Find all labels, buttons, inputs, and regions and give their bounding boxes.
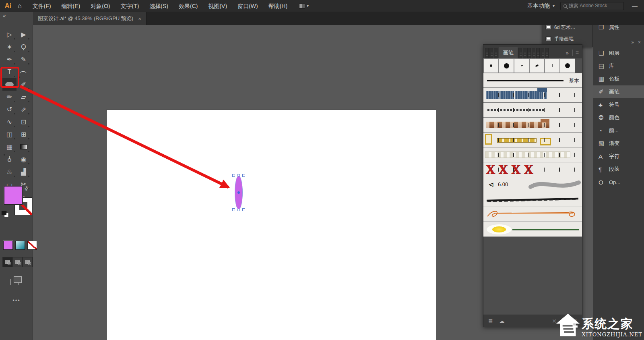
selection-handle-top-mid[interactable] bbox=[237, 174, 240, 176]
lasso-tool[interactable]: Ϙ bbox=[17, 41, 31, 53]
symbol-sprayer-tool[interactable]: ♨ bbox=[2, 166, 17, 178]
direct-selection-tool[interactable]: ▷ bbox=[2, 28, 17, 41]
mesh-tool[interactable]: ▦ bbox=[2, 141, 17, 153]
artboard[interactable] bbox=[107, 110, 436, 340]
brush-item-lace-border[interactable] bbox=[483, 103, 582, 118]
dock-item-opentype[interactable]: O Op... bbox=[593, 176, 644, 189]
brush-calligraphic-3[interactable] bbox=[514, 58, 529, 73]
color-button[interactable] bbox=[3, 241, 13, 250]
collapsed-tab[interactable] bbox=[532, 48, 535, 58]
draw-inside-button[interactable] bbox=[23, 257, 33, 267]
menu-help[interactable]: 帮助(H) bbox=[263, 0, 293, 12]
menu-effect[interactable]: 效果(C) bbox=[173, 0, 203, 12]
rotate-tool[interactable]: ↺ bbox=[2, 103, 17, 116]
scale-tool[interactable]: ⇗ bbox=[17, 103, 31, 116]
brush-item-pale-lace[interactable] bbox=[483, 147, 582, 162]
dock-item-paragraph[interactable]: ¶ 段落 bbox=[593, 163, 644, 176]
curvature-tool[interactable]: ✎ bbox=[17, 53, 31, 66]
magic-wand-tool[interactable]: ✶ bbox=[2, 41, 17, 53]
width-tool[interactable]: ∿ bbox=[2, 116, 17, 128]
selection-handle-bottom-mid[interactable] bbox=[237, 209, 240, 211]
close-tab-icon[interactable]: × bbox=[138, 16, 141, 22]
gradient-tool[interactable] bbox=[17, 141, 31, 153]
pencil-tool[interactable]: ✏ bbox=[2, 91, 17, 103]
workspace-switcher[interactable]: 基本功能 ▾ bbox=[527, 2, 555, 10]
brush-item-basic[interactable]: 基本 bbox=[483, 73, 582, 88]
eraser-tool[interactable]: ▱ bbox=[17, 91, 31, 103]
collapsed-tab[interactable] bbox=[518, 48, 522, 58]
brush-calligraphic-6[interactable] bbox=[560, 58, 575, 73]
dock-item-gradient[interactable]: ▧ 渐变 bbox=[593, 137, 644, 150]
selection-handle-bottom-right[interactable] bbox=[242, 208, 245, 211]
draw-normal-button[interactable] bbox=[2, 257, 12, 267]
dock-item-symbols[interactable]: ♣ 符号 bbox=[593, 98, 644, 111]
selection-tool[interactable]: ▶ bbox=[17, 28, 31, 41]
collapsed-tab[interactable] bbox=[485, 48, 489, 58]
paintbrush-tool[interactable]: ✐ bbox=[17, 78, 31, 91]
expand-panel-icon[interactable]: » bbox=[566, 50, 569, 56]
brush-calligraphic-4[interactable] bbox=[529, 58, 545, 73]
menu-object[interactable]: 对象(O) bbox=[85, 0, 115, 12]
menu-edit[interactable]: 编辑(E) bbox=[56, 0, 86, 12]
selected-ellipse-object[interactable] bbox=[233, 174, 244, 211]
menu-view[interactable]: 视图(V) bbox=[203, 0, 232, 12]
perspective-grid-tool[interactable]: ⊞ bbox=[17, 128, 31, 141]
dock-item-swatches[interactable]: ▦ 色板 bbox=[593, 73, 644, 85]
expand-panel-icon[interactable]: » bbox=[631, 39, 634, 45]
brush-item-cross-stitch[interactable]: XXXX bbox=[483, 162, 582, 177]
tab-brushes[interactable]: 画笔 bbox=[499, 47, 518, 58]
minimize-button[interactable]: — bbox=[630, 3, 640, 9]
dock-item-color-guide[interactable]: ◔ 颜... bbox=[593, 124, 644, 137]
screen-mode-button[interactable] bbox=[10, 276, 23, 286]
gradient-button[interactable] bbox=[15, 241, 25, 250]
dock-item-layers[interactable]: ❏ 图层 bbox=[593, 47, 644, 60]
menu-window[interactable]: 窗口(W) bbox=[232, 0, 263, 12]
menu-select[interactable]: 选择(S) bbox=[144, 0, 173, 12]
dock-item-character[interactable]: A 字符 bbox=[593, 150, 644, 163]
ellipse-tool[interactable] bbox=[2, 78, 17, 91]
type-tool[interactable]: T bbox=[2, 66, 17, 78]
close-panel-icon[interactable]: × bbox=[638, 39, 641, 45]
search-input[interactable]: 搜索 Adobe Stock bbox=[560, 2, 624, 10]
cc-libraries-icon[interactable]: ☁ bbox=[499, 318, 505, 324]
eyedropper-tool[interactable]: ⚲ bbox=[2, 153, 17, 166]
collapsed-tab[interactable] bbox=[545, 48, 549, 58]
brush-calligraphic-1[interactable] bbox=[483, 58, 499, 73]
selection-handle-bottom-left[interactable] bbox=[232, 208, 235, 211]
brush-item-charcoal[interactable] bbox=[483, 192, 582, 207]
dock-item-color[interactable]: ❂ 颜色 bbox=[593, 111, 644, 124]
fill-color-swatch[interactable] bbox=[4, 186, 23, 205]
menu-file[interactable]: 文件(F) bbox=[27, 0, 56, 12]
brush-libraries-menu-icon[interactable]: ≣ bbox=[488, 318, 493, 324]
collapsed-tab[interactable] bbox=[494, 48, 497, 58]
swap-fill-stroke-icon[interactable]: ⇄ bbox=[23, 185, 30, 192]
document-tab[interactable]: 图案设计.ai* @ 45.39% (RGB/GPU 预览) × bbox=[33, 12, 147, 25]
blend-tool[interactable]: ◉ bbox=[17, 153, 31, 166]
brush-calligraphic-2[interactable] bbox=[499, 58, 514, 73]
collapsed-tab[interactable] bbox=[536, 48, 540, 58]
library-item-hand-drawn[interactable]: 手绘画笔 bbox=[542, 33, 592, 44]
brush-item-copper-rope[interactable] bbox=[483, 118, 582, 133]
selection-handle-top-left[interactable] bbox=[232, 174, 235, 177]
pen-tool[interactable]: ✒ bbox=[2, 53, 17, 66]
dock-item-libraries[interactable]: ▤ 库 bbox=[593, 60, 644, 73]
edit-toolbar-ellipsis[interactable]: ••• bbox=[0, 297, 33, 303]
none-button[interactable] bbox=[27, 241, 37, 250]
brush-item-denim-border[interactable] bbox=[483, 88, 582, 103]
collapsed-tab[interactable] bbox=[527, 48, 531, 58]
draw-behind-button[interactable] bbox=[12, 257, 23, 267]
collapsed-tab[interactable] bbox=[523, 48, 526, 58]
free-transform-tool[interactable]: ⊡ bbox=[17, 116, 31, 128]
home-icon[interactable]: ⌂ bbox=[18, 2, 22, 10]
arrange-documents-icon[interactable]: ▾ bbox=[299, 4, 309, 8]
toolbar-collapse[interactable]: « bbox=[0, 12, 33, 25]
shape-builder-tool[interactable]: ◫ bbox=[2, 128, 17, 141]
app-logo[interactable]: Ai bbox=[0, 2, 16, 10]
line-segment-tool[interactable]: ( bbox=[17, 65, 30, 79]
brush-item-swirl-line[interactable] bbox=[483, 207, 582, 222]
dock-item-brushes[interactable]: ✐ 画笔 bbox=[593, 85, 644, 98]
collapsed-tab[interactable] bbox=[541, 48, 544, 58]
selection-handle-top-right[interactable] bbox=[242, 174, 245, 177]
brush-item-gold-chain[interactable] bbox=[483, 133, 582, 147]
default-fill-stroke-icon[interactable] bbox=[1, 210, 8, 217]
